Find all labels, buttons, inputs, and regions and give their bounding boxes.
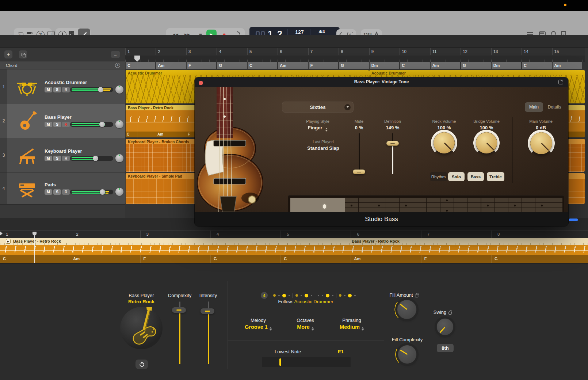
- chord-chip[interactable]: C: [400, 62, 429, 69]
- record-enable-button[interactable]: R: [62, 156, 70, 161]
- chord-chip[interactable]: Am: [278, 62, 308, 69]
- volume-slider[interactable]: [70, 122, 113, 127]
- bar-ruler[interactable]: 123456789101112131415: [125, 48, 585, 56]
- intensity-slider-track[interactable]: [208, 314, 209, 364]
- fill-amount-knob[interactable]: [397, 300, 417, 319]
- mute-button[interactable]: M: [45, 156, 52, 161]
- mute-button[interactable]: M: [45, 87, 52, 92]
- pattern-dot[interactable]: [278, 295, 280, 296]
- chord-chip[interactable]: C: [248, 62, 277, 69]
- pattern-dot[interactable]: [332, 295, 333, 296]
- follow-value[interactable]: Acoustic Drummer: [294, 299, 333, 304]
- editor-ruler[interactable]: 12345678: [0, 230, 588, 238]
- plugin-tab-details[interactable]: Details: [545, 102, 564, 112]
- add-track-button[interactable]: +: [4, 50, 12, 58]
- chord-chip[interactable]: C: [522, 62, 551, 69]
- plugin-tab-main[interactable]: Main: [525, 102, 543, 112]
- lock-open-icon[interactable]: [448, 312, 452, 315]
- octaves-value[interactable]: More: [297, 324, 314, 331]
- pattern-dot[interactable]: [311, 295, 312, 296]
- chord-chip[interactable]: G: [217, 62, 247, 69]
- plugin-preset-select[interactable]: Sixties: [282, 102, 354, 113]
- track-name[interactable]: Acoustic Drummer: [45, 80, 87, 85]
- pattern-dot[interactable]: [339, 294, 341, 297]
- pickup-bass-button[interactable]: Bass: [467, 172, 484, 181]
- pickup-treble-button[interactable]: Treble: [487, 172, 504, 181]
- pattern-dot[interactable]: [273, 294, 276, 297]
- chord-chip[interactable]: Am: [156, 62, 186, 69]
- pattern-dot[interactable]: [305, 294, 308, 297]
- chord-chip[interactable]: Dm: [370, 62, 399, 69]
- lock-open-icon[interactable]: [415, 294, 419, 297]
- plugin-titlebar[interactable]: Bass Player: Vintage Tone: [195, 77, 568, 87]
- track-row-3[interactable]: 3 Keyboard Player M S R: [0, 138, 125, 172]
- track-row-1[interactable]: 1 Acoustic Drummer M S R: [0, 69, 125, 104]
- plugin-window-bass-player[interactable]: Bass Player: Vintage Tone: [195, 77, 568, 226]
- pattern-dot[interactable]: [289, 295, 290, 296]
- phrasing-value[interactable]: Medium: [340, 324, 364, 331]
- playing-style-value[interactable]: Finger: [308, 125, 328, 132]
- solo-button[interactable]: S: [53, 122, 61, 127]
- track-name[interactable]: Bass Player: [45, 114, 72, 120]
- track-name[interactable]: Pads: [45, 182, 56, 187]
- intensity-slider-handle[interactable]: [201, 308, 214, 314]
- definition-slider-handle[interactable]: [386, 141, 399, 146]
- pan-knob[interactable]: [115, 120, 123, 128]
- record-enable-button[interactable]: R: [62, 122, 70, 127]
- preset-chevron-icon[interactable]: [344, 104, 351, 110]
- pattern-dot[interactable]: [344, 295, 345, 296]
- pan-knob[interactable]: [115, 154, 123, 162]
- record-enable-button[interactable]: R: [62, 87, 70, 92]
- track-name[interactable]: Keyboard Player: [45, 148, 82, 154]
- chord-chip[interactable]: F: [187, 62, 216, 69]
- pattern-dot[interactable]: [282, 294, 286, 297]
- pattern-count-badge[interactable]: 4: [261, 292, 268, 299]
- chord-track[interactable]: CAmFGCAmFGDmCAmGDmCAm: [126, 62, 585, 69]
- swing-knob[interactable]: [436, 318, 454, 335]
- pattern-dot[interactable]: [315, 293, 315, 298]
- pattern-dot[interactable]: [301, 295, 302, 296]
- scroll-indicator[interactable]: [569, 218, 578, 221]
- editor-region-notes[interactable]: [0, 245, 588, 255]
- volume-slider[interactable]: [70, 156, 113, 161]
- fretboard-display[interactable]: [288, 195, 564, 212]
- chord-chip[interactable]: F: [309, 62, 338, 69]
- neck-volume-knob[interactable]: [434, 132, 455, 153]
- record-enable-button[interactable]: R: [62, 189, 70, 195]
- pattern-dot[interactable]: [348, 294, 352, 297]
- chord-chip[interactable]: G: [339, 62, 369, 69]
- swing-rate-button[interactable]: 8th: [437, 344, 454, 352]
- complexity-slider-track[interactable]: [179, 313, 180, 364]
- pattern-dot[interactable]: [336, 293, 336, 298]
- region-play-icon[interactable]: ▶: [6, 239, 11, 244]
- regenerate-button[interactable]: [135, 360, 148, 369]
- solo-button[interactable]: S: [53, 156, 61, 161]
- mute-button[interactable]: M: [45, 122, 52, 127]
- player-artwork[interactable]: [120, 307, 163, 349]
- lowest-note-slider[interactable]: [262, 357, 351, 367]
- pan-knob[interactable]: [115, 188, 123, 196]
- collapse-panel-button[interactable]: →: [111, 51, 120, 58]
- main-volume-knob[interactable]: [530, 132, 552, 154]
- pattern-dot[interactable]: [354, 295, 356, 296]
- solo-button[interactable]: S: [53, 87, 61, 92]
- pattern-dots[interactable]: [273, 292, 356, 299]
- track-row-4[interactable]: 4 Pads M S R: [0, 172, 125, 205]
- pattern-dot[interactable]: [326, 294, 329, 297]
- pickup-rhythm-button[interactable]: Rhythm: [430, 172, 447, 181]
- pickup-solo-button[interactable]: Solo: [448, 172, 465, 181]
- mute-slider-track[interactable]: [359, 133, 360, 174]
- volume-slider[interactable]: [70, 190, 113, 194]
- pattern-dot[interactable]: [293, 293, 293, 298]
- editor-region[interactable]: ▶ Bass Player - Retro Rock Bass Player -…: [0, 238, 588, 263]
- track-row-2[interactable]: 2 Bass Player M S R: [0, 104, 125, 138]
- link-icon[interactable]: [558, 80, 563, 84]
- player-preset[interactable]: Retro Rock: [128, 299, 154, 304]
- chord-chip[interactable]: C: [126, 62, 155, 69]
- editor-region-header[interactable]: ▶ Bass Player - Retro Rock Bass Player -…: [0, 238, 588, 245]
- chord-chip[interactable]: G: [461, 62, 490, 69]
- mute-slider-handle[interactable]: [353, 170, 365, 174]
- pattern-dot[interactable]: [295, 294, 298, 297]
- pattern-dot[interactable]: [318, 295, 319, 296]
- mute-button[interactable]: M: [45, 189, 52, 195]
